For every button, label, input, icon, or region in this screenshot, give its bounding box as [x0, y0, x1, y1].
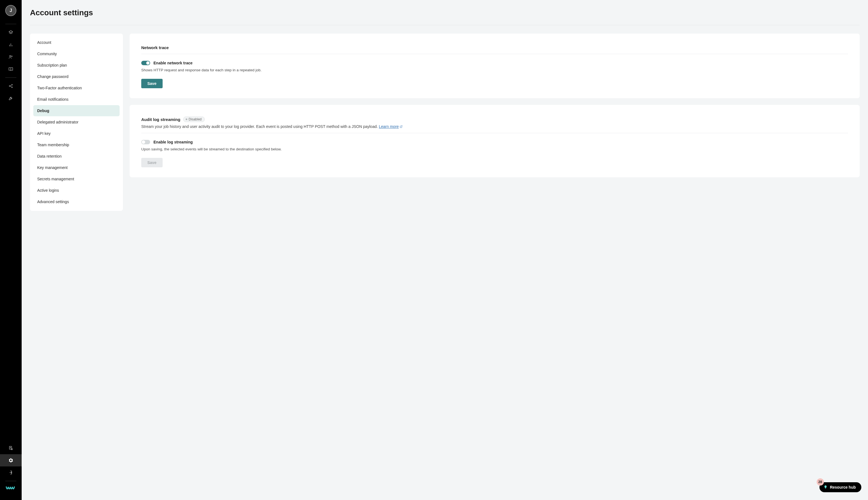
nav-item-dashboard[interactable] — [0, 38, 22, 51]
svg-line-10 — [10, 85, 12, 86]
settings-nav-item-account[interactable]: Account — [33, 37, 119, 48]
nav-divider — [5, 24, 16, 24]
nav-item-people[interactable] — [0, 51, 22, 63]
svg-point-4 — [10, 56, 11, 57]
audit-log-title: Audit log streaming — [141, 117, 180, 122]
settings-nav: AccountCommunitySubscription planChange … — [30, 34, 123, 211]
audit-log-status-text: Disabled — [189, 117, 202, 121]
svg-point-16 — [11, 449, 13, 450]
settings-nav-item-data-retention[interactable]: Data retention — [33, 151, 119, 162]
settings-nav-item-subscription-plan[interactable]: Subscription plan — [33, 60, 119, 71]
main-content: Account settings AccountCommunitySubscri… — [22, 0, 868, 500]
network-trace-save-button[interactable]: Save — [141, 79, 163, 88]
audit-log-status-badge: Disabled — [183, 116, 205, 122]
network-trace-description: Shows HTTP request and response data for… — [141, 68, 848, 72]
settings-nav-item-change-password[interactable]: Change password — [33, 71, 119, 82]
lightbulb-icon — [823, 485, 828, 489]
avatar[interactable]: J — [5, 5, 16, 16]
people-icon — [8, 54, 13, 59]
enable-network-trace-toggle[interactable] — [141, 61, 150, 65]
nav-item-library[interactable] — [0, 63, 22, 75]
bar-chart-icon — [8, 42, 13, 47]
enable-network-trace-label: Enable network trace — [153, 61, 193, 65]
page-title: Account settings — [30, 8, 860, 17]
nav-item-tools[interactable] — [0, 92, 22, 104]
settings-nav-item-debug[interactable]: Debug — [33, 105, 119, 116]
network-trace-title: Network trace — [141, 45, 169, 50]
nav-divider — [5, 77, 16, 78]
external-link-icon — [400, 125, 403, 129]
settings-nav-item-active-logins[interactable]: Active logins — [33, 185, 119, 196]
settings-nav-item-secrets-management[interactable]: Secrets management — [33, 173, 119, 184]
network-trace-card: Network trace Enable network trace Shows… — [129, 34, 860, 98]
audit-log-description: Upon saving, the selected events will be… — [141, 147, 848, 151]
resource-hub-button[interactable]: Resource hub — [820, 482, 861, 492]
avatar-initial: J — [10, 8, 12, 13]
nav-item-audit[interactable] — [0, 442, 22, 454]
settings-nav-item-two-factor-authentication[interactable]: Two-Factor authentication — [33, 82, 119, 93]
share-icon — [8, 83, 13, 89]
logout-icon — [8, 470, 13, 475]
settings-nav-item-api-key[interactable]: API key — [33, 128, 119, 139]
page-divider — [30, 25, 860, 25]
audit-log-save-button: Save — [141, 158, 163, 167]
nav-item-settings[interactable] — [0, 454, 22, 466]
nav-item-recipes[interactable] — [0, 26, 22, 38]
nav-item-logout[interactable] — [0, 466, 22, 479]
card-divider — [141, 133, 848, 133]
settings-nav-item-team-membership[interactable]: Team membership — [33, 139, 119, 150]
svg-point-5 — [11, 56, 12, 57]
gear-icon — [8, 458, 13, 463]
settings-nav-item-key-management[interactable]: Key management — [33, 162, 119, 173]
brand-logo[interactable] — [5, 484, 16, 495]
audit-log-card: Audit log streaming Disabled Stream your… — [129, 105, 860, 177]
learn-more-link[interactable]: Learn more — [379, 124, 403, 129]
workato-logo-icon — [5, 486, 16, 492]
svg-point-8 — [12, 84, 12, 85]
card-divider — [141, 54, 848, 54]
book-icon — [8, 67, 13, 71]
enable-log-streaming-toggle[interactable] — [141, 140, 150, 144]
resource-hub-badge: 28 — [816, 478, 824, 486]
svg-line-11 — [10, 86, 12, 87]
svg-point-7 — [9, 86, 10, 87]
wrench-icon — [8, 96, 13, 101]
layers-icon — [8, 30, 13, 35]
audit-log-subtext: Stream your job history and user activit… — [141, 124, 848, 129]
svg-point-9 — [12, 87, 12, 88]
svg-marker-0 — [9, 31, 13, 33]
resource-hub-label: Resource hub — [830, 485, 856, 489]
enable-log-streaming-label: Enable log streaming — [153, 140, 193, 144]
settings-nav-item-delegated-administrator[interactable]: Delegated administrator — [33, 116, 119, 128]
nav-rail: J — [0, 0, 22, 500]
resource-hub: 28 Resource hub — [820, 482, 861, 492]
nav-divider — [5, 481, 16, 481]
nav-item-share[interactable] — [0, 80, 22, 92]
document-icon — [8, 446, 13, 451]
status-dot-icon — [186, 118, 187, 120]
settings-nav-item-email-notifications[interactable]: Email notifications — [33, 94, 119, 105]
settings-nav-item-advanced-settings[interactable]: Advanced settings — [33, 196, 119, 207]
settings-nav-item-community[interactable]: Community — [33, 48, 119, 59]
